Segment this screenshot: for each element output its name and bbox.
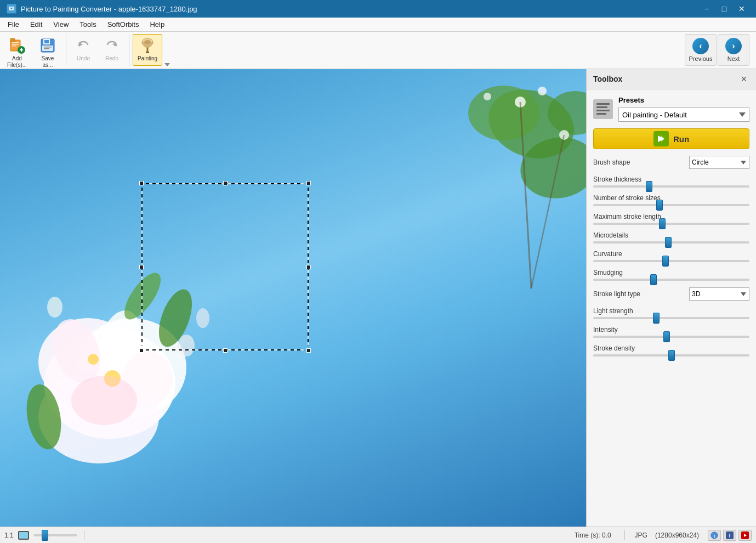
svg-rect-5 xyxy=(12,44,19,45)
presets-label: Presets xyxy=(618,96,749,104)
stroke-thickness-row: Stroke thickness xyxy=(593,176,749,188)
window-controls[interactable]: − □ ✕ xyxy=(699,3,749,15)
previous-button[interactable]: ‹ Previous xyxy=(685,34,717,66)
window-title: Picture to Painting Converter - apple-16… xyxy=(21,5,197,13)
add-files-label: AddFile(s)... xyxy=(7,55,27,69)
time-display: Time (s): 0.0 xyxy=(575,531,611,539)
light-strength-slider[interactable] xyxy=(593,317,749,319)
menu-softorbits[interactable]: SoftOrbits xyxy=(102,19,145,31)
next-button[interactable]: › Next xyxy=(718,34,749,66)
menu-edit[interactable]: Edit xyxy=(25,19,48,31)
menu-bar: File Edit View Tools SoftOrbits Help xyxy=(0,18,756,32)
info-button[interactable]: i xyxy=(708,530,721,541)
add-files-icon xyxy=(8,37,26,54)
painting-button[interactable]: Painting xyxy=(133,34,162,66)
undo-icon xyxy=(75,37,92,54)
menu-tools[interactable]: Tools xyxy=(74,19,101,31)
max-stroke-length-slider[interactable] xyxy=(593,223,749,225)
zoom-slider[interactable] xyxy=(33,534,77,536)
save-as-label: Saveas... xyxy=(42,55,54,69)
close-button[interactable]: ✕ xyxy=(734,3,749,15)
presets-icon xyxy=(593,99,613,119)
intensity-row: Intensity xyxy=(593,326,749,338)
svg-rect-15 xyxy=(44,47,52,48)
curvature-row: Curvature xyxy=(593,250,749,262)
stroke-sizes-slider[interactable] xyxy=(593,204,749,206)
undo-button[interactable]: Undo xyxy=(70,34,97,66)
minimize-button[interactable]: − xyxy=(699,3,714,15)
zoom-control: 1:1 xyxy=(4,531,77,540)
svg-point-38 xyxy=(47,297,62,318)
stroke-thickness-slider[interactable] xyxy=(593,185,749,188)
canvas-area[interactable] xyxy=(0,69,586,527)
smudging-slider[interactable] xyxy=(593,279,749,281)
redo-icon xyxy=(103,37,121,54)
toolbox-header: Toolbox ✕ xyxy=(587,69,756,89)
main-area: Toolbox ✕ Presets Oil painting - De xyxy=(0,69,756,527)
light-strength-row: Light strength xyxy=(593,307,749,319)
svg-rect-16 xyxy=(44,48,49,49)
status-bar: 1:1 Time (s): 0.0 JPG (1280x960x24) i f xyxy=(0,527,756,543)
menu-view[interactable]: View xyxy=(48,19,74,31)
facebook-button[interactable]: f xyxy=(723,530,736,541)
redo-label: Redo xyxy=(105,55,118,61)
svg-point-44 xyxy=(538,87,547,95)
save-as-button[interactable]: Saveas... xyxy=(33,34,62,66)
stroke-density-slider[interactable] xyxy=(593,354,749,357)
svg-point-31 xyxy=(88,354,99,365)
presets-select[interactable]: Oil painting - Default Watercolor Pencil… xyxy=(618,108,749,122)
svg-marker-50 xyxy=(661,135,664,142)
file-format: JPG xyxy=(635,531,647,539)
previous-label: Previous xyxy=(689,55,713,62)
youtube-button[interactable] xyxy=(738,530,752,541)
maximize-button[interactable]: □ xyxy=(717,3,732,15)
svg-rect-7 xyxy=(10,38,15,42)
status-divider-2 xyxy=(624,530,625,540)
stroke-sizes-row: Number of stroke sizes xyxy=(593,194,749,206)
svg-point-46 xyxy=(484,93,491,100)
brush-shape-row: Brush shape Circle Square Diamond xyxy=(593,156,749,169)
redo-button[interactable]: Redo xyxy=(98,34,126,66)
stroke-density-row: Stroke density xyxy=(593,344,749,357)
nav-buttons: ‹ Previous › Next xyxy=(685,34,754,66)
menu-file[interactable]: File xyxy=(2,19,25,31)
next-label: Next xyxy=(727,55,740,62)
undo-label: Undo xyxy=(77,55,90,61)
run-icon xyxy=(653,131,669,146)
curvature-slider[interactable] xyxy=(593,260,749,262)
painting-icon xyxy=(139,37,156,54)
microdetails-slider[interactable] xyxy=(593,241,749,244)
brush-shape-select[interactable]: Circle Square Diamond xyxy=(689,156,749,169)
add-files-button[interactable]: AddFile(s)... xyxy=(2,34,32,66)
svg-point-20 xyxy=(144,40,151,44)
toolbox-title: Toolbox xyxy=(593,75,622,83)
svg-rect-4 xyxy=(12,42,19,43)
save-as-icon xyxy=(39,37,56,54)
intensity-slider[interactable] xyxy=(593,336,749,338)
app-icon xyxy=(7,4,16,14)
painting-label: Painting xyxy=(138,55,157,61)
zoom-level: 1:1 xyxy=(4,531,14,539)
toolbox-close-button[interactable]: ✕ xyxy=(738,73,749,84)
toolbox-panel: Toolbox ✕ Presets Oil painting - De xyxy=(586,69,756,527)
svg-point-32 xyxy=(71,376,137,425)
svg-point-36 xyxy=(178,335,195,357)
smudging-row: Smudging xyxy=(593,269,749,281)
svg-rect-13 xyxy=(44,40,49,43)
svg-point-37 xyxy=(196,308,209,328)
stroke-light-type-select[interactable]: 3D Flat Emboss xyxy=(689,287,749,301)
previous-icon: ‹ xyxy=(692,38,709,54)
stroke-light-type-label: Stroke light type xyxy=(593,290,685,298)
run-button[interactable]: Run xyxy=(593,128,749,149)
svg-point-41 xyxy=(468,86,539,140)
brush-shape-label: Brush shape xyxy=(593,159,685,166)
presets-section: Presets Oil painting - Default Watercolo… xyxy=(593,96,749,122)
max-stroke-length-row: Maximum stroke length xyxy=(593,213,749,225)
screen-icon xyxy=(18,531,29,540)
run-label: Run xyxy=(673,134,689,144)
svg-point-35 xyxy=(118,268,167,325)
menu-help[interactable]: Help xyxy=(144,19,170,31)
microdetails-row: Microdetails xyxy=(593,231,749,244)
svg-text:i: i xyxy=(714,533,715,539)
stroke-light-type-row: Stroke light type 3D Flat Emboss xyxy=(593,287,749,301)
